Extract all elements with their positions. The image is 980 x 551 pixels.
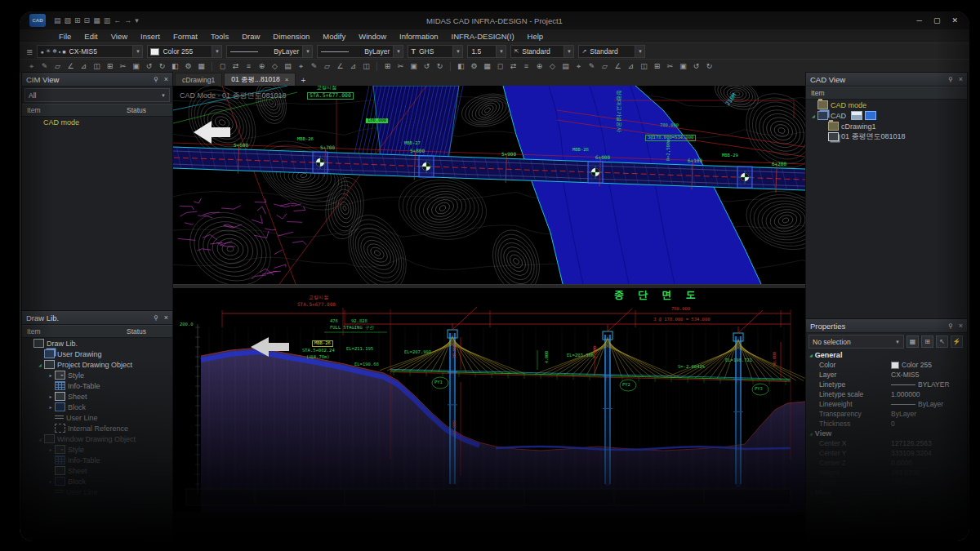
- tool-icon[interactable]: ▱: [599, 62, 610, 70]
- tool-icon[interactable]: ≡: [521, 62, 532, 70]
- tool-icon[interactable]: ↻: [157, 62, 167, 70]
- property-row[interactable]: Center Z0.0000: [806, 458, 967, 468]
- menu-draw[interactable]: Draw: [235, 32, 266, 41]
- close-icon[interactable]: ×: [164, 75, 168, 83]
- select-objects-icon[interactable]: ↖: [936, 335, 948, 348]
- tool-icon[interactable]: ≡: [243, 62, 254, 70]
- tool-icon[interactable]: ∠: [335, 62, 345, 70]
- tree-item[interactable]: Draw Lib.: [22, 338, 172, 349]
- profile-viewport[interactable]: 종 단 면 도780.0003 @ 178.000 = 534.000교량시점S…: [173, 288, 805, 512]
- pick-add-icon[interactable]: ⊞: [921, 335, 933, 348]
- tree-item[interactable]: ▸Style: [22, 370, 172, 380]
- pin-icon[interactable]: ⚲: [948, 76, 953, 83]
- tool-icon[interactable]: ▣: [131, 62, 141, 70]
- text-style-combo[interactable]: T GHS ▼: [408, 45, 463, 58]
- quick-select-icon[interactable]: ⚡: [951, 335, 963, 348]
- tool-icon[interactable]: ∠: [65, 62, 76, 70]
- plan-viewport[interactable]: 교량시점STA.5+677.000180.000780.0003@178.000…: [173, 86, 805, 284]
- new-file-icon[interactable]: ▤: [54, 16, 61, 24]
- plot-icon[interactable]: ▥: [104, 16, 111, 24]
- dim-style-combo[interactable]: ⇱ Standard ▼: [510, 45, 574, 58]
- layout-view-icon[interactable]: [865, 111, 876, 120]
- print-icon[interactable]: ▦: [93, 16, 100, 24]
- tool-icon[interactable]: ⊞: [105, 62, 115, 70]
- menu-view[interactable]: View: [105, 32, 134, 41]
- property-row[interactable]: Center Y333109.3204: [806, 448, 967, 458]
- menu-format[interactable]: Format: [167, 32, 204, 41]
- tool-icon[interactable]: ✎: [586, 62, 597, 70]
- redo-icon[interactable]: →: [124, 16, 131, 24]
- menu-insert[interactable]: Insert: [134, 32, 167, 41]
- tool-icon[interactable]: ▱: [52, 62, 63, 70]
- tool-icon[interactable]: ⊿: [626, 62, 636, 70]
- drawing-tab[interactable]: 01 종평...81018×: [224, 73, 296, 86]
- tree-item[interactable]: ▸Style: [22, 444, 172, 455]
- tree-item[interactable]: Sheet: [22, 465, 172, 476]
- property-row[interactable]: LayerCX-MIS5: [806, 370, 967, 380]
- tool-icon[interactable]: ▣: [408, 62, 419, 70]
- drawing-tab[interactable]: cDrawing1: [175, 73, 222, 86]
- tool-icon[interactable]: ◫: [91, 62, 102, 70]
- tool-icon[interactable]: ⌖: [296, 62, 306, 71]
- quick-properties-icon[interactable]: ▦: [906, 335, 919, 348]
- tool-icon[interactable]: ↺: [691, 62, 702, 70]
- linetype-combo[interactable]: ByLayer ▼: [226, 45, 313, 58]
- tree-item[interactable]: Info-Table: [22, 455, 172, 465]
- undo-icon[interactable]: ←: [114, 16, 121, 24]
- menu-infra-design-i-[interactable]: INFRA-DESIGN(I): [445, 32, 521, 41]
- property-row[interactable]: LinetypeBYLAYER: [806, 380, 967, 389]
- qat-menu-icon[interactable]: ▾: [135, 16, 139, 24]
- tool-icon[interactable]: ✂: [395, 62, 406, 70]
- tool-icon[interactable]: ▤: [560, 62, 571, 70]
- tool-icon[interactable]: ⊿: [78, 62, 89, 70]
- open-folder-icon[interactable]: ▧: [65, 16, 72, 24]
- tool-icon[interactable]: ▱: [322, 62, 332, 70]
- close-button[interactable]: ✕: [951, 16, 958, 24]
- tool-icon[interactable]: ✂: [665, 62, 675, 70]
- model-view-icon[interactable]: [851, 111, 862, 120]
- menu-dimension[interactable]: Dimension: [266, 32, 316, 41]
- tool-icon[interactable]: ↺: [144, 62, 154, 70]
- property-row[interactable]: Center X127126.2563: [806, 438, 967, 448]
- expander-open-icon[interactable]: ◢: [36, 437, 44, 442]
- tool-icon[interactable]: ↺: [421, 62, 432, 70]
- new-tab-button[interactable]: +: [301, 76, 305, 86]
- tool-icon[interactable]: ▣: [678, 62, 688, 70]
- tool-icon[interactable]: ▦: [482, 62, 492, 70]
- tree-item[interactable]: ▸Sheet: [22, 391, 172, 402]
- mleader-style-combo[interactable]: ↗ Standard ▼: [578, 45, 645, 58]
- tool-icon[interactable]: ⊕: [256, 62, 267, 70]
- tool-icon[interactable]: ⊞: [382, 62, 393, 70]
- menu-tools[interactable]: Tools: [204, 32, 235, 41]
- property-row[interactable]: LineweightByLayer: [806, 399, 967, 409]
- color-combo[interactable]: Color 255 ▼: [147, 45, 222, 58]
- tree-item[interactable]: cDrawing1: [806, 121, 967, 131]
- property-row[interactable]: TransparencyByLayer: [806, 409, 967, 419]
- expander-closed-icon[interactable]: ▸: [47, 372, 55, 378]
- cim-filter-dropdown[interactable]: All▼: [24, 88, 170, 102]
- menu-window[interactable]: Window: [352, 32, 393, 41]
- tool-icon[interactable]: ⌖: [26, 62, 37, 71]
- property-row[interactable]: ColorColor 255: [806, 360, 967, 370]
- lineweight-combo[interactable]: ByLayer ▼: [317, 45, 403, 58]
- tool-icon[interactable]: ◻: [217, 62, 228, 70]
- expander-closed-icon[interactable]: ▸: [47, 393, 55, 399]
- tree-item[interactable]: 01 종평면도081018: [806, 131, 967, 142]
- selection-dropdown[interactable]: No selection▼: [808, 335, 904, 349]
- minimize-button[interactable]: ─: [917, 16, 922, 24]
- expander-open-icon[interactable]: ◢: [36, 362, 44, 367]
- expander-open-icon[interactable]: ◢: [809, 113, 817, 118]
- tree-item[interactable]: Internal Reference: [22, 423, 172, 433]
- tool-icon[interactable]: ⇄: [508, 62, 519, 70]
- pin-icon[interactable]: ⚲: [948, 322, 953, 330]
- layers-icon[interactable]: ≣: [26, 47, 33, 56]
- tree-item[interactable]: User Line: [22, 412, 172, 423]
- tool-icon[interactable]: ✂: [118, 62, 128, 70]
- tree-item[interactable]: ▸Block: [22, 476, 172, 487]
- tool-icon[interactable]: ↻: [704, 62, 715, 70]
- tool-icon[interactable]: ✎: [309, 62, 319, 70]
- menu-help[interactable]: Help: [521, 32, 550, 41]
- tool-icon[interactable]: ✎: [39, 62, 50, 70]
- tool-icon[interactable]: ◇: [547, 62, 558, 70]
- tool-icon[interactable]: ◫: [639, 62, 649, 70]
